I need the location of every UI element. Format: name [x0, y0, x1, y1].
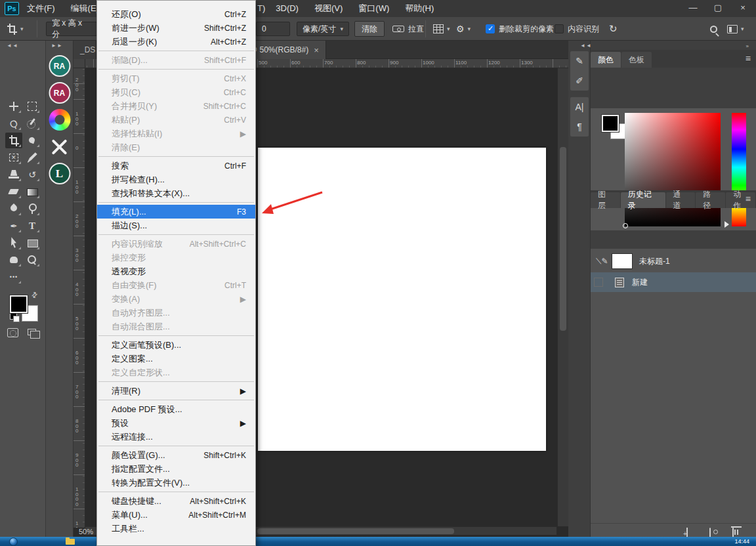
minimize-button[interactable]: —: [685, 0, 701, 16]
brush-settings-icon[interactable]: ✎: [570, 51, 589, 71]
default-colors-icon[interactable]: [10, 312, 17, 320]
quick-selection-tool[interactable]: [24, 116, 41, 131]
menubar-item-file[interactable]: 文件(F): [19, 0, 63, 17]
menubar-item-help[interactable]: 帮助(H): [397, 0, 442, 17]
crop-value-field[interactable]: 0: [256, 17, 290, 41]
rectangular-marquee-tool[interactable]: [24, 98, 41, 114]
ruler-corner[interactable]: [74, 59, 85, 68]
menu-item-undo[interactable]: 还原(O)Ctrl+Z: [97, 7, 255, 21]
collapse-panels-icon[interactable]: »: [746, 43, 749, 49]
menu-item-fill[interactable]: 填充(L)...F3: [97, 205, 255, 219]
character-icon[interactable]: A|: [570, 97, 589, 117]
hue-slider-arrow[interactable]: [724, 221, 729, 228]
blur-tool[interactable]: [5, 201, 22, 217]
menubar-item-3d[interactable]: 3D(D): [268, 0, 306, 17]
menu-item-color-settings[interactable]: 颜色设置(G)...Shift+Ctrl+K: [97, 448, 255, 462]
gradient-tool[interactable]: [24, 184, 41, 200]
menu-item-check-spelling[interactable]: 拼写检查(H)...: [97, 173, 255, 186]
brushes-icon[interactable]: ✐: [570, 71, 589, 91]
edit-toolbar[interactable]: [5, 269, 22, 285]
start-button[interactable]: [9, 537, 18, 546]
tab-layers[interactable]: 图层: [591, 192, 620, 208]
screen-mode-icon[interactable]: [28, 329, 36, 335]
history-source-checkbox[interactable]: [594, 278, 603, 287]
crop-settings-button[interactable]: ⚙▾: [456, 17, 471, 41]
tab-actions[interactable]: 动作: [726, 192, 755, 208]
foreground-color-swatch[interactable]: [10, 295, 28, 313]
tab-swatches[interactable]: 色板: [621, 52, 652, 68]
zoom-tool[interactable]: [24, 252, 41, 268]
menu-item-presets[interactable]: 预设▶: [97, 416, 255, 430]
restore-button[interactable]: ▢: [710, 0, 726, 16]
search-button[interactable]: [710, 17, 717, 41]
menu-item-purge[interactable]: 清理(R)▶: [97, 384, 255, 398]
panel-menu-icon[interactable]: ≡: [746, 53, 751, 64]
close-button[interactable]: ×: [735, 0, 751, 16]
crop-tool[interactable]: [5, 133, 22, 148]
eraser-tool[interactable]: [5, 184, 22, 200]
menu-item-define-pattern[interactable]: 定义图案...: [97, 352, 255, 366]
canvas[interactable]: [258, 148, 546, 451]
scrollbar-thumb[interactable]: [560, 147, 566, 331]
hand-tool[interactable]: [5, 252, 22, 268]
menu-item-adobe-pdf-presets[interactable]: Adobe PDF 预设...: [97, 402, 255, 416]
ra-red-badge[interactable]: RA: [49, 82, 70, 104]
color-picker-ring[interactable]: [623, 223, 628, 228]
folder-taskbar-icon[interactable]: [66, 539, 75, 545]
l-badge[interactable]: L: [49, 163, 70, 184]
background-document-tab[interactable]: _DS: [74, 41, 96, 59]
tab-paths[interactable]: 路径: [696, 192, 725, 208]
menu-item-find-replace-text[interactable]: 查找和替换文本(X)...: [97, 186, 255, 200]
quick-mask-icon[interactable]: [7, 328, 18, 337]
workspace-switcher[interactable]: ▾: [727, 17, 744, 41]
history-step-row[interactable]: 新建: [591, 272, 756, 292]
eyedropper-tool[interactable]: [24, 133, 41, 148]
lasso-tool[interactable]: [5, 116, 22, 131]
crossed-tools-badge[interactable]: [49, 136, 70, 158]
panel-menu-icon[interactable]: ≡: [746, 194, 751, 204]
history-brush-tool[interactable]: [24, 167, 41, 182]
menu-item-perspective-warp[interactable]: 透视变形: [97, 264, 255, 278]
tool-preset-picker[interactable]: ▾: [7, 17, 24, 41]
menu-item-keyboard-shortcuts[interactable]: 键盘快捷键...Alt+Shift+Ctrl+K: [97, 494, 255, 508]
tab-history[interactable]: 历史记录: [621, 192, 665, 208]
menu-item-step-forward[interactable]: 前进一步(W)Shift+Ctrl+Z: [97, 21, 255, 35]
unit-dropdown[interactable]: 像素/英寸▾: [297, 17, 349, 41]
tab-channels[interactable]: 通道: [666, 192, 696, 208]
pen-tool[interactable]: [5, 218, 22, 234]
crop-overlay-options[interactable]: ▾: [433, 17, 450, 41]
crop-ratio-dropdown[interactable]: 宽 x 高 x 分: [46, 17, 97, 41]
menubar-item-view[interactable]: 视图(V): [306, 0, 350, 17]
menubar-item-window[interactable]: 窗口(W): [350, 0, 397, 17]
expand-dock-icon[interactable]: ►►: [51, 43, 63, 49]
swap-colors-icon[interactable]: ⇄: [30, 290, 40, 301]
history-brush-source-icon[interactable]: ⟍✎: [596, 257, 606, 266]
ra-teal-badge[interactable]: RA: [49, 55, 70, 77]
paragraph-icon[interactable]: ¶: [570, 117, 589, 136]
menu-item-assign-profile[interactable]: 指定配置文件...: [97, 462, 255, 476]
path-selection-tool[interactable]: [5, 235, 22, 251]
vertical-ruler[interactable]: 2001000100200300400500600700800900100011…: [74, 68, 85, 528]
history-snapshot-row[interactable]: ⟍✎ 未标题-1: [591, 251, 756, 271]
collapse-dock-icon[interactable]: ◄◄: [7, 43, 18, 49]
menu-item-define-brush-preset[interactable]: 定义画笔预设(B)...: [97, 338, 255, 352]
tab-color[interactable]: 颜色: [591, 52, 621, 68]
reset-button[interactable]: ↺: [609, 17, 618, 41]
menu-item-stroke[interactable]: 描边(S)...: [97, 219, 255, 232]
type-tool[interactable]: [24, 218, 41, 234]
scrollbar-thumb[interactable]: [257, 528, 454, 534]
content-aware-checkbox[interactable]: 内容识别: [555, 17, 599, 41]
menu-item-step-backward[interactable]: 后退一步(K)Alt+Ctrl+Z: [97, 35, 255, 49]
menu-item-toolbar[interactable]: 工具栏...: [97, 522, 255, 536]
menu-item-search[interactable]: 搜索Ctrl+F: [97, 159, 255, 173]
straighten-button[interactable]: 拉直: [392, 17, 424, 41]
brush-tool[interactable]: [24, 150, 41, 165]
menu-item-convert-to-profile[interactable]: 转换为配置文件(V)...: [97, 476, 255, 490]
clear-button[interactable]: 清除: [354, 17, 385, 41]
color-wheel-badge[interactable]: [49, 109, 70, 131]
move-tool[interactable]: [5, 98, 22, 114]
dodge-tool[interactable]: [24, 201, 41, 217]
close-tab-icon[interactable]: ×: [314, 45, 319, 55]
menu-item-menus[interactable]: 菜单(U)...Alt+Shift+Ctrl+M: [97, 508, 255, 522]
healing-brush-tool[interactable]: [5, 150, 22, 165]
